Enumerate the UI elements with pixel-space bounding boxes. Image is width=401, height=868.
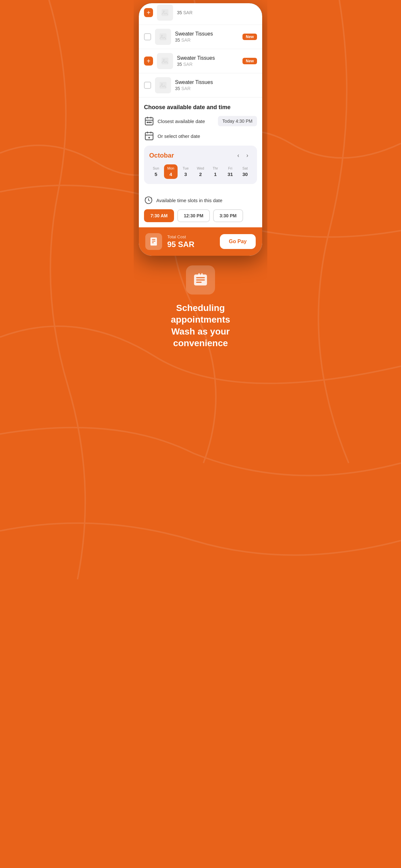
svg-point-12 — [147, 122, 148, 123]
calendar-days-grid: Sun 5 Mon 4 Tue 3 Wed 2 Thr 1 Fri 31 Sat… — [149, 164, 252, 179]
svg-rect-2 — [160, 34, 166, 40]
product-info-0: 35 SAR — [177, 10, 257, 15]
svg-point-1 — [163, 11, 165, 12]
calendar-day-5[interactable]: Fri 31 — [223, 164, 237, 179]
svg-point-3 — [161, 35, 163, 36]
total-label: Total Cost — [167, 235, 215, 239]
svg-point-5 — [163, 59, 165, 61]
section-title: Choose available date and time — [144, 104, 257, 111]
time-section-label: Available time slots in this date — [156, 197, 222, 203]
time-slot-0[interactable]: 7:30 AM — [144, 209, 174, 222]
svg-point-13 — [149, 122, 150, 123]
product-price-2: 35 SAR — [177, 62, 239, 67]
app-icon-large — [186, 266, 215, 294]
calendar-day-0[interactable]: Sun 5 — [149, 164, 163, 179]
calendar-icon — [144, 116, 154, 126]
phone-frame: + 35 SAR — [139, 3, 262, 256]
marketing-section: Scheduling appointments Wash as your con… — [139, 256, 262, 362]
svg-rect-24 — [150, 238, 157, 246]
product-name-3: Sweater Tissues — [175, 80, 257, 85]
svg-rect-15 — [145, 132, 153, 140]
product-checkbox-1[interactable] — [144, 33, 151, 40]
time-label-row: Available time slots in this date — [144, 196, 257, 205]
product-price-0: 35 SAR — [177, 10, 257, 15]
calendar-prev-button[interactable]: ‹ — [234, 151, 243, 160]
marketing-title: Scheduling appointments Wash as your con… — [145, 302, 256, 349]
bottom-bar: Total Cost 95 SAR Go Pay — [139, 227, 262, 256]
calendar-card: Octobar ‹ › Sun 5 Mon 4 Tue 3 Wed 2 Thr … — [144, 146, 257, 184]
product-info-2: Sweater Tissues 35 SAR — [177, 55, 239, 67]
svg-rect-33 — [201, 273, 203, 276]
product-info-3: Sweater Tissues 35 SAR — [175, 80, 257, 91]
product-image-1 — [155, 29, 171, 45]
time-icon — [144, 196, 153, 205]
svg-rect-0 — [162, 9, 168, 16]
svg-point-14 — [150, 122, 151, 123]
closest-date-value[interactable]: Today 4:30 PM — [218, 116, 257, 126]
product-checkbox-3[interactable] — [144, 82, 151, 89]
datetime-section: Choose available date and time — [139, 97, 262, 190]
calendar-day-4[interactable]: Thr 1 — [209, 164, 222, 179]
svg-rect-8 — [145, 118, 153, 125]
product-price-3: 35 SAR — [175, 86, 257, 91]
other-date-row: Or select other date — [144, 131, 257, 141]
calendar-month: Octobar — [149, 152, 234, 159]
svg-rect-32 — [198, 273, 200, 276]
closest-date-label: Closest available date — [158, 119, 215, 124]
total-amount: 95 SAR — [167, 240, 215, 249]
calendar-header: Octobar ‹ › — [149, 151, 252, 160]
product-item-partial: + 35 SAR — [139, 3, 262, 25]
calendar-day-3[interactable]: Wed 2 — [194, 164, 207, 179]
product-price-1: 35 SAR — [175, 37, 239, 42]
calendar-add-icon — [144, 131, 154, 141]
calendar-next-button[interactable]: › — [243, 151, 252, 160]
product-add-button-2[interactable]: + — [144, 57, 153, 66]
receipt-icon-container — [145, 233, 162, 250]
calendar-day-1[interactable]: Mon 4 — [164, 164, 178, 179]
new-badge-2: New — [243, 58, 257, 64]
closest-date-row: Closest available date Today 4:30 PM — [144, 116, 257, 126]
time-slots-container: 7:30 AM12:30 PM3:30 PM — [144, 209, 257, 222]
total-info: Total Cost 95 SAR — [167, 235, 215, 249]
product-info-1: Sweater Tissues 35 SAR — [175, 31, 239, 42]
svg-point-7 — [161, 83, 163, 85]
product-image-2 — [157, 53, 173, 69]
product-item-1: Sweater Tissues 35 SAR New — [139, 25, 262, 49]
calendar-day-2[interactable]: Tue 3 — [179, 164, 192, 179]
svg-rect-6 — [160, 82, 166, 89]
product-add-button-0[interactable]: + — [144, 8, 153, 17]
svg-rect-4 — [162, 58, 168, 65]
go-pay-button[interactable]: Go Pay — [220, 234, 256, 249]
product-list: + 35 SAR — [139, 3, 262, 97]
product-image-3 — [155, 77, 171, 93]
new-badge-1: New — [243, 34, 257, 40]
product-name-1: Sweater Tissues — [175, 31, 239, 37]
product-item-2: + Sweater Tissues 35 SAR — [139, 49, 262, 73]
time-slot-1[interactable]: 12:30 PM — [177, 209, 210, 222]
time-section: Available time slots in this date 7:30 A… — [139, 190, 262, 227]
calendar-day-6[interactable]: Sat 30 — [238, 164, 252, 179]
time-slot-2[interactable]: 3:30 PM — [213, 209, 243, 222]
product-name-2: Sweater Tissues — [177, 55, 239, 61]
other-date-label: Or select other date — [158, 133, 257, 139]
product-item-3: Sweater Tissues 35 SAR — [139, 73, 262, 97]
product-image-0 — [157, 4, 173, 21]
